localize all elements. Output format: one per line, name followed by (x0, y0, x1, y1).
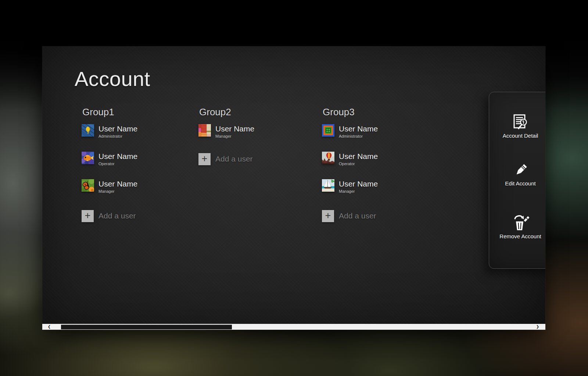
account-detail-button[interactable]: Account Detail (489, 113, 545, 139)
hot-air-balloon-avatar (322, 152, 334, 164)
add-user-label[interactable]: Add a user (215, 155, 253, 163)
user-role: Manager (98, 189, 114, 194)
panel-button-label: Account Detail (489, 133, 545, 139)
panel-button-label: Remove Account (489, 233, 545, 239)
account-settings-window: Account Group1User NameAdministratorUser… (42, 46, 545, 330)
orange-fish-avatar (82, 152, 94, 164)
scrollbar-thumb[interactable] (61, 325, 232, 329)
remove-account-icon (489, 213, 545, 232)
panel-button-label: Edit Account (489, 180, 545, 187)
group-section: Group3User NameAdministratorUser NameOpe… (322, 46, 432, 303)
edit-account-button[interactable]: Edit Account (489, 160, 545, 187)
user-name: User Name (98, 152, 137, 161)
add-user-row: +Add a user (82, 210, 188, 225)
group-section: Group1User NameAdministratorUser NameOpe… (82, 46, 192, 303)
user-row[interactable]: User NameManager (198, 124, 305, 148)
user-name: User Name (215, 124, 254, 133)
user-row[interactable]: User NameManager (322, 179, 429, 203)
add-user-row: +Add a user (322, 210, 429, 225)
scrollbar-right-arrow-icon[interactable]: ❯ (534, 324, 542, 330)
plus-icon: + (82, 210, 94, 222)
user-row[interactable]: User NameOperator (82, 152, 188, 175)
user-row[interactable]: User NameManager (82, 179, 188, 203)
window-tile-avatar (322, 124, 334, 137)
add-user-label[interactable]: Add a user (339, 212, 376, 220)
user-name: User Name (339, 180, 378, 188)
group-section: Group2User NameManager+Add a user (198, 46, 309, 303)
user-role: Administrator (98, 134, 122, 138)
user-name: User Name (339, 152, 378, 161)
user-row[interactable]: User NameOperator (322, 152, 429, 175)
user-row[interactable]: User NameAdministrator (82, 124, 188, 148)
add-user-button[interactable]: + (322, 210, 334, 222)
sailboat-avatar (322, 179, 334, 192)
group-header: Group1 (82, 106, 114, 118)
plus-icon: + (198, 153, 211, 165)
scrollbar-left-arrow-icon[interactable]: ❮ (45, 324, 53, 330)
edit-account-icon (489, 160, 545, 179)
user-name: User Name (339, 124, 378, 133)
user-role: Operator (98, 162, 114, 166)
user-role: Manager (215, 134, 231, 138)
user-role: Manager (339, 189, 355, 194)
user-name: User Name (98, 124, 137, 133)
user-role: Operator (339, 162, 355, 166)
user-row[interactable]: User NameAdministrator (322, 124, 429, 148)
add-user-row: +Add a user (198, 153, 305, 168)
group-header: Group3 (323, 106, 355, 118)
account-actions-panel: Account DetailEdit AccountRemove Account (489, 92, 545, 269)
plus-icon: + (322, 210, 334, 222)
user-role: Administrator (339, 134, 363, 138)
butterfly-avatar (82, 179, 94, 192)
account-detail-icon (489, 113, 545, 131)
horizontal-scrollbar[interactable]: ❮ ❯ (42, 324, 545, 330)
group-header: Group2 (199, 106, 231, 118)
remove-account-button[interactable]: Remove Account (489, 213, 545, 239)
user-name: User Name (98, 180, 137, 188)
fabric-stripes-avatar (198, 124, 211, 137)
add-user-label[interactable]: Add a user (98, 212, 136, 220)
add-user-button[interactable]: + (198, 153, 211, 165)
add-user-button[interactable]: + (82, 210, 94, 222)
leaf-on-blue-avatar (82, 124, 94, 137)
